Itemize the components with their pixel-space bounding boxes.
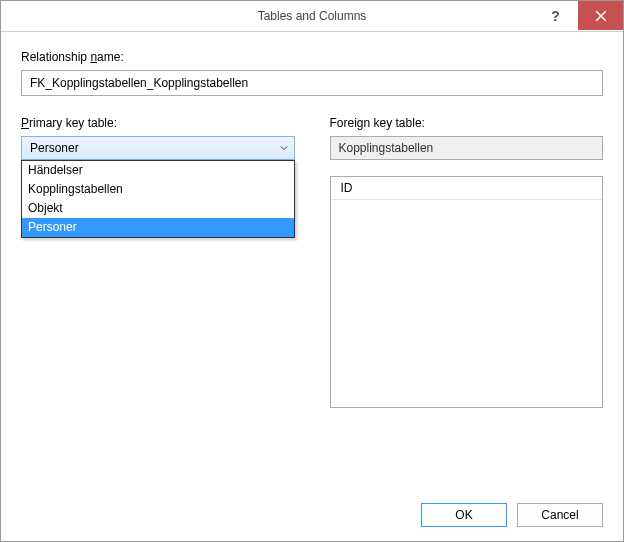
relationship-name-label: Relationship name: — [21, 50, 603, 64]
primary-key-column: Primary key table: Personer HändelserKop… — [21, 116, 295, 408]
ok-button[interactable]: OK — [421, 503, 507, 527]
dropdown-item[interactable]: Händelser — [22, 161, 294, 180]
foreign-key-table-label: Foreign key table: — [330, 116, 604, 130]
dropdown-item[interactable]: Kopplingstabellen — [22, 180, 294, 199]
foreign-key-table-value: Kopplingstabellen — [339, 141, 434, 155]
grid-cell[interactable]: ID — [331, 177, 603, 200]
foreign-key-table-field: Kopplingstabellen — [330, 136, 604, 160]
dialog-window: Tables and Columns ? Relationship name: … — [0, 0, 624, 542]
dialog-content: Relationship name: Primary key table: Pe… — [1, 32, 623, 541]
dialog-button-row: OK Cancel — [421, 503, 603, 527]
primary-key-table-combo[interactable]: Personer HändelserKopplingstabellenObjek… — [21, 136, 295, 160]
help-button[interactable]: ? — [533, 1, 578, 30]
foreign-key-column: Foreign key table: Kopplingstabellen ID — [330, 116, 604, 408]
combo-selected-text: Personer — [30, 141, 79, 155]
titlebar: Tables and Columns ? — [1, 1, 623, 32]
close-icon — [595, 10, 607, 22]
combo-field[interactable]: Personer — [21, 136, 295, 160]
titlebar-buttons: ? — [533, 1, 623, 31]
window-title: Tables and Columns — [1, 9, 623, 23]
dropdown-item[interactable]: Objekt — [22, 199, 294, 218]
close-button[interactable] — [578, 1, 623, 30]
cancel-button[interactable]: Cancel — [517, 503, 603, 527]
relationship-name-input[interactable] — [21, 70, 603, 96]
table-row-columns: Primary key table: Personer HändelserKop… — [21, 116, 603, 408]
help-icon: ? — [551, 8, 560, 24]
dropdown-item[interactable]: Personer — [22, 218, 294, 237]
chevron-down-icon — [280, 144, 288, 152]
primary-key-table-label: Primary key table: — [21, 116, 295, 130]
primary-key-dropdown-list[interactable]: HändelserKopplingstabellenObjektPersoner — [21, 160, 295, 238]
foreign-columns-grid[interactable]: ID — [330, 176, 604, 408]
